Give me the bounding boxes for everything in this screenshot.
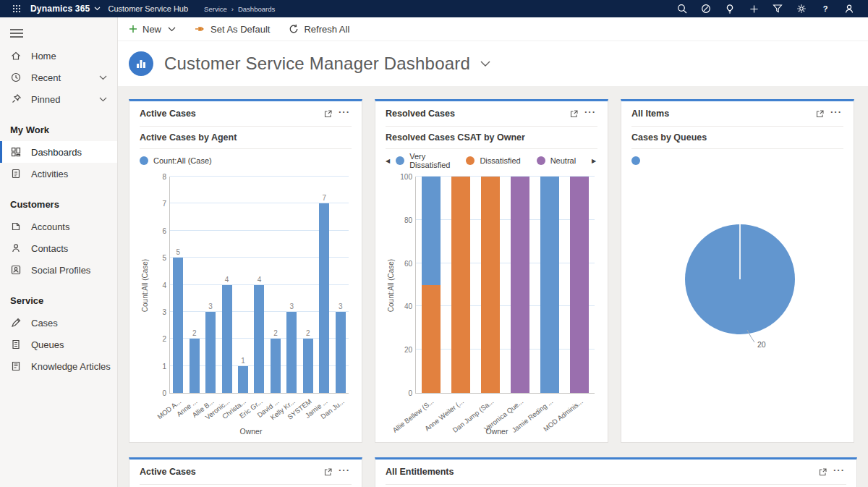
quick-create-icon[interactable] bbox=[745, 1, 762, 17]
sidebar-item-recent[interactable]: Recent bbox=[0, 67, 117, 88]
sidebar-item-activities[interactable]: Activities bbox=[0, 163, 117, 185]
account-icon[interactable] bbox=[841, 1, 858, 17]
sidebar-item-knowledge-articles[interactable]: Knowledge Articles bbox=[0, 355, 117, 377]
legend-next-icon[interactable]: ▶ bbox=[592, 158, 596, 164]
stacked-bar-Allie Bellew (S...[interactable] bbox=[422, 177, 441, 393]
sidebar-item-contacts[interactable]: Contacts bbox=[0, 237, 117, 259]
sidebar-item-label: Dashboards bbox=[31, 147, 82, 158]
chevron-down-icon[interactable] bbox=[99, 75, 107, 80]
y-tick-label: 8 bbox=[150, 173, 166, 181]
dashboard-icon bbox=[129, 51, 153, 76]
sidebar-top-items: HomeRecentPinned bbox=[0, 45, 117, 110]
sidebar-section-title: Customers bbox=[0, 185, 117, 216]
sidebar-item-cases[interactable]: Cases bbox=[0, 312, 117, 334]
chevron-down-icon[interactable] bbox=[168, 27, 176, 32]
activities-icon bbox=[10, 168, 22, 179]
topbar-actions: ? bbox=[673, 1, 861, 17]
sidebar-item-pinned[interactable]: Pinned bbox=[0, 88, 117, 110]
sidebar-item-social-profiles[interactable]: Social Profiles bbox=[0, 259, 117, 281]
bar-slot: 4 bbox=[251, 177, 267, 393]
lightbulb-icon[interactable] bbox=[721, 1, 739, 17]
bar-value-label: 2 bbox=[273, 329, 278, 337]
more-options-icon[interactable]: ··· bbox=[830, 465, 846, 479]
dashboard-content: Active Cases ··· Active Cases by Agent C… bbox=[118, 86, 868, 487]
bar-Christa...[interactable] bbox=[238, 366, 248, 393]
filter-icon[interactable] bbox=[769, 1, 786, 17]
bar-Anne ...[interactable] bbox=[190, 339, 200, 393]
y-tick-label: 6 bbox=[150, 227, 166, 235]
expand-icon[interactable] bbox=[566, 109, 582, 119]
bar-Jamie ...[interactable] bbox=[319, 203, 329, 393]
bar-Allie B...[interactable] bbox=[205, 312, 216, 393]
waffle-menu-icon[interactable] bbox=[7, 4, 26, 13]
settings-icon[interactable] bbox=[793, 1, 810, 17]
stacked-bar-Anne Weiler (...[interactable] bbox=[451, 177, 470, 393]
expand-icon[interactable] bbox=[320, 467, 336, 477]
bar-Kelly Kr...[interactable] bbox=[286, 312, 297, 393]
hamburger-menu-icon[interactable] bbox=[0, 22, 117, 45]
bar-Veronic...[interactable] bbox=[222, 285, 232, 394]
legend-prev-icon[interactable]: ◀ bbox=[386, 158, 390, 164]
chart-legend bbox=[631, 149, 843, 172]
bar-slot bbox=[446, 177, 475, 393]
bar-SYSTEM[interactable] bbox=[303, 339, 313, 393]
set-as-default-button[interactable]: Set As Default bbox=[195, 24, 270, 35]
card-all-entitlements: All Entitlements ··· bbox=[375, 457, 857, 487]
feedback-icon[interactable] bbox=[697, 1, 715, 17]
stacked-bar-Veronica Que...[interactable] bbox=[511, 177, 529, 393]
stacked-bar-Dan Jump (Sa...[interactable] bbox=[481, 177, 500, 393]
bar-Dan Ju...[interactable] bbox=[336, 312, 346, 393]
home-icon bbox=[10, 50, 22, 62]
sidebar-item-dashboards[interactable]: Dashboards bbox=[0, 141, 117, 163]
chevron-down-icon[interactable] bbox=[94, 7, 101, 11]
expand-icon[interactable] bbox=[812, 109, 827, 119]
sidebar-item-label: Pinned bbox=[31, 94, 60, 105]
more-options-icon[interactable]: ··· bbox=[827, 106, 843, 121]
app-name[interactable]: Dynamics 365 bbox=[30, 4, 90, 14]
y-tick-label: 1 bbox=[150, 363, 166, 370]
more-options-icon[interactable]: ··· bbox=[336, 106, 352, 121]
bar-slot: 4 bbox=[218, 177, 234, 393]
legend-label: Count:All (Case) bbox=[153, 156, 212, 165]
sidebar-item-queues[interactable]: Queues bbox=[0, 334, 117, 355]
recent-icon bbox=[10, 72, 22, 83]
segment-dissatisfied bbox=[481, 177, 500, 393]
bars-group: 52341423273 bbox=[170, 177, 349, 393]
breadcrumb: Service › Dashboards bbox=[204, 5, 275, 13]
hub-name[interactable]: Customer Service Hub bbox=[108, 4, 188, 13]
stacked-bar-MOD Adminis...[interactable] bbox=[570, 177, 589, 393]
y-tick-label: 100 bbox=[396, 173, 412, 181]
stacked-bar-Jamie Reding ...[interactable] bbox=[540, 177, 559, 393]
cases-by-queues-pie-chart: 20 bbox=[631, 179, 843, 397]
search-icon[interactable] bbox=[673, 1, 691, 17]
chevron-down-icon[interactable] bbox=[99, 97, 107, 102]
card-all-items: All Items ··· Cases by Queues 20 bbox=[621, 99, 854, 443]
card-title: Active Cases bbox=[140, 109, 196, 119]
help-icon[interactable]: ? bbox=[817, 1, 834, 17]
social-profiles-icon bbox=[10, 264, 22, 276]
resolved-cases-csat-chart: Count:All (Case)020406080100Allie Bellew… bbox=[386, 177, 597, 436]
sidebar-item-home[interactable]: Home bbox=[0, 45, 117, 67]
bar-slot bbox=[475, 177, 505, 393]
bar-slot: 2 bbox=[300, 177, 316, 393]
sidebar-item-accounts[interactable]: Accounts bbox=[0, 216, 117, 237]
bar-MOD A...[interactable] bbox=[173, 258, 183, 393]
new-button[interactable]: New bbox=[129, 24, 176, 35]
more-options-icon[interactable]: ··· bbox=[336, 465, 352, 479]
breadcrumb-dashboards[interactable]: Dashboards bbox=[238, 5, 275, 13]
expand-icon[interactable] bbox=[814, 467, 830, 477]
breadcrumb-service[interactable]: Service bbox=[204, 5, 227, 13]
bar-Eric Gr...[interactable] bbox=[254, 285, 264, 394]
dashboard-selector-chevron-icon[interactable] bbox=[480, 61, 490, 67]
y-tick-label: 4 bbox=[150, 281, 166, 289]
expand-icon[interactable] bbox=[320, 109, 336, 119]
contacts-icon bbox=[10, 242, 22, 254]
bar-slot bbox=[535, 177, 565, 393]
bar-value-label: 2 bbox=[306, 329, 310, 337]
x-tick-label: Dan Ju... bbox=[332, 394, 349, 428]
more-options-icon[interactable]: ··· bbox=[582, 106, 597, 121]
refresh-all-button[interactable]: Refresh All bbox=[289, 24, 349, 35]
legend-dot-icon bbox=[466, 156, 475, 165]
bar-David ...[interactable] bbox=[271, 339, 281, 393]
sidebar-section-title: My Work bbox=[0, 110, 117, 141]
